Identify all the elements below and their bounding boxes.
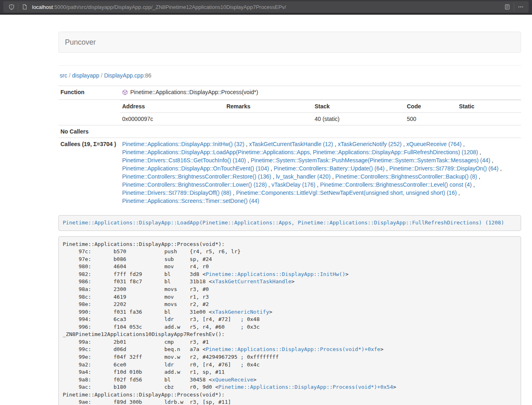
symbol-link[interactable]: Pinetime::Applications::DisplayApp::Init… (206, 271, 345, 277)
page-container: Puncover src/displayapp/DisplayApp.cpp:8… (58, 32, 521, 405)
page-actions-menu-icon[interactable] (516, 2, 526, 12)
callee-separator: , (331, 173, 336, 180)
callee-link[interactable]: vTaskDelay (176) (271, 181, 315, 188)
highlighted-symbol-block: Pinetime::Applications::DisplayApp::Load… (58, 215, 521, 231)
callee-link[interactable]: xQueueReceive (764) (406, 141, 461, 147)
highlighted-symbol-link[interactable]: Pinetime::Applications::DisplayApp::Load… (63, 220, 504, 226)
stats-header-address: Address (120, 100, 224, 112)
assembly-listing: Pinetime::Applications::DisplayApp::Proc… (58, 236, 521, 405)
callee-separator: , (315, 181, 320, 188)
divider-rule (58, 65, 521, 66)
stats-header-stack: Stack (312, 100, 405, 112)
callee-separator: , (271, 173, 276, 180)
callee-link[interactable]: Pinetime::Controllers::BrightnessControl… (320, 181, 472, 188)
callee-link[interactable]: Pinetime::Applications::DisplayApp::Init… (122, 141, 244, 147)
stats-table: Address Remarks Stack Code Static 0x0000… (120, 100, 521, 125)
callee-separator: , (231, 190, 236, 196)
callees-label: Callees (19, Σ=3704 ) (58, 138, 120, 207)
callee-separator: , (269, 165, 274, 172)
callee-link[interactable]: Pinetime::Applications::DisplayApp::Load… (122, 149, 478, 155)
breadcrumb: src/displayapp/DisplayApp.cpp:86 (60, 71, 521, 80)
callee-link[interactable]: Pinetime::Controllers::BrightnessControl… (335, 173, 477, 180)
stats-row: Address Remarks Stack Code Static 0x0000… (58, 99, 521, 125)
symbol-link[interactable]: Pinetime::Applications::DisplayApp::Proc… (218, 384, 393, 390)
stats-value-address: 0x0000097c (120, 112, 224, 125)
url-text[interactable]: localhost:5000/path/src/displayapp/Displ… (32, 4, 502, 10)
callee-separator: , (457, 190, 460, 196)
callee-separator: , (477, 173, 480, 180)
function-name-text: Pinetime::Applications::DisplayApp::Proc… (130, 88, 258, 96)
function-row: Function Pinetime::Applications::Display… (58, 86, 521, 100)
symbol-link[interactable]: xTaskGenericNotify (212, 309, 269, 315)
callee-link[interactable]: Pinetime::System::SystemTask::PushMessag… (251, 157, 491, 164)
callers-row: No Callers (58, 125, 521, 138)
stats-header-static: Static (457, 100, 521, 112)
shield-icon[interactable] (6, 2, 16, 12)
symbol-link[interactable]: Pinetime::Applications::DisplayApp::Proc… (206, 346, 380, 352)
callee-link[interactable]: Pinetime::Components::LittleVgl::SetNewT… (236, 190, 457, 196)
urlbar-divider (514, 3, 514, 11)
callee-separator: , (244, 141, 249, 147)
breadcrumb-link-displayapp[interactable]: displayapp (72, 72, 99, 79)
breadcrumb-separator: / (101, 72, 103, 79)
callee-link[interactable]: Pinetime::Controllers::BrightnessControl… (122, 181, 267, 188)
stats-value-stack: 40 (static) (312, 112, 405, 125)
callee-link[interactable]: Pinetime::Drivers::St7789::DisplayOn() (… (389, 165, 498, 172)
callee-link[interactable]: xTaskGetCurrentTaskHandle (12) (249, 141, 333, 147)
breadcrumb-link-file[interactable]: DisplayApp.cpp (104, 72, 143, 79)
browser-toolbar: localhost:5000/path/src/displayapp/Displ… (0, 0, 532, 15)
callee-separator: , (472, 181, 475, 188)
callee-separator: , (385, 165, 390, 172)
breadcrumb-link-src[interactable]: src (60, 72, 67, 79)
function-table: Function Pinetime::Applications::Display… (58, 86, 521, 207)
stats-value-static (457, 112, 521, 125)
stats-value-code: 500 (405, 112, 457, 125)
callee-separator: , (478, 149, 481, 155)
callee-link[interactable]: Pinetime::Applications::Screens::Timer::… (122, 198, 259, 204)
url-path: :5000/path/src/displayapp/DisplayApp.cpp… (53, 4, 286, 10)
callee-link[interactable]: Pinetime::Drivers::Cst816S::GetTouchInfo… (122, 157, 246, 164)
callee-separator: , (461, 141, 465, 147)
callee-link[interactable]: xTaskGenericNotify (252) (338, 141, 401, 147)
callee-separator: , (267, 181, 271, 188)
stats-value-remarks (224, 112, 312, 125)
function-name: Pinetime::Applications::DisplayApp::Proc… (122, 88, 258, 96)
stats-header-code: Code (405, 100, 457, 112)
callee-separator: , (490, 157, 493, 164)
no-callers-label: No Callers (58, 125, 120, 138)
callees-row: Callees (19, Σ=3704 ) Pinetime::Applicat… (58, 138, 521, 207)
navbar: Puncover (58, 32, 521, 53)
urlbar-divider (18, 3, 18, 11)
callee-link[interactable]: Pinetime::Applications::DisplayApp::OnTo… (122, 165, 269, 172)
callee-link[interactable]: Pinetime::Controllers::Battery::Update()… (274, 165, 385, 172)
callee-separator: , (499, 165, 502, 172)
breadcrumb-line-number: :86 (144, 72, 151, 79)
symbol-cube-icon (122, 89, 128, 95)
stats-header-remarks: Remarks (224, 100, 312, 112)
callee-separator: , (333, 141, 338, 147)
callee-separator: , (246, 157, 251, 164)
url-hostname: localhost (32, 4, 53, 10)
symbol-link[interactable]: xQueueReceive (212, 377, 253, 383)
symbol-link[interactable]: xTaskGetCurrentTaskHandle (212, 278, 291, 284)
callee-separator: , (402, 141, 407, 147)
brand-link[interactable]: Puncover (59, 32, 102, 52)
callee-link[interactable]: Pinetime::Controllers::BrightnessControl… (122, 173, 271, 180)
breadcrumb-separator: / (69, 72, 71, 79)
callees-list: Pinetime::Applications::DisplayApp::Init… (120, 138, 521, 207)
url-bar[interactable]: localhost:5000/path/src/displayapp/Displ… (3, 1, 529, 13)
callee-link[interactable]: lv_task_handler (420) (276, 173, 331, 180)
reader-mode-icon[interactable] (502, 2, 512, 12)
page-icon (20, 2, 30, 12)
function-label: Function (58, 86, 120, 100)
callee-link[interactable]: Pinetime::Drivers::St7789::DisplayOff() … (122, 190, 231, 196)
